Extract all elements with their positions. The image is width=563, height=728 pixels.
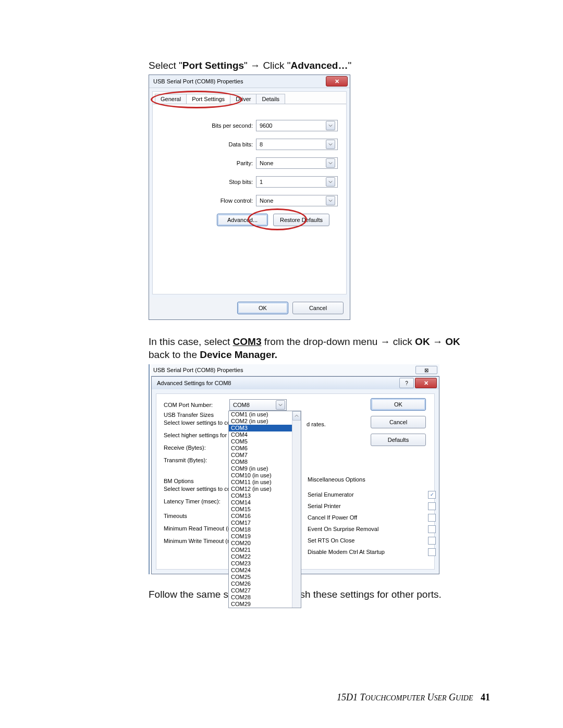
com-port-combo[interactable]: COM8: [229, 399, 287, 411]
list-item[interactable]: COM1 (in use): [229, 411, 301, 418]
misc-options: Miscellaneous Options Serial Enumerator✓…: [308, 476, 436, 558]
help-icon[interactable]: ?: [399, 378, 414, 388]
checkbox[interactable]: [428, 537, 436, 545]
checkbox-row: Serial Printer: [308, 500, 436, 512]
usb-transfer-label: USB Transfer Sizes: [164, 412, 231, 419]
checkbox-row: Serial Enumerator✓: [308, 489, 436, 500]
properties-dialog: USB Serial Port (COM8) Properties ✕ Gene…: [149, 75, 350, 320]
databits-combo[interactable]: 8: [256, 139, 338, 150]
list-item[interactable]: COM17: [229, 520, 301, 526]
tab-port-settings[interactable]: Port Settings: [186, 94, 230, 104]
parity-combo[interactable]: None: [256, 157, 338, 169]
advanced-settings-dialog: Advanced Settings for COM8 ? ✕ COM Port …: [151, 376, 439, 574]
tab-driver[interactable]: Driver: [230, 94, 256, 104]
list-item[interactable]: COM29: [229, 601, 301, 608]
list-item[interactable]: COM26: [229, 581, 301, 587]
checkbox-row: Event On Surprise Removal: [308, 523, 436, 535]
list-item[interactable]: COM2 (in use): [229, 418, 301, 425]
advanced-dialog-container: USB Serial Port (COM8) Properties ⊠ Adva…: [149, 364, 439, 574]
tab-details[interactable]: Details: [256, 94, 285, 104]
parity-label: Parity:: [237, 160, 253, 166]
list-item[interactable]: COM14: [229, 499, 301, 506]
list-item[interactable]: COM21: [229, 547, 301, 553]
list-item[interactable]: COM7: [229, 452, 301, 459]
list-item[interactable]: COM4: [229, 431, 301, 438]
close-icon[interactable]: ⊠: [415, 366, 437, 374]
instruction-port-settings: Select "Port Settings" → Click "Advanced…: [149, 60, 490, 71]
advanced-button[interactable]: Advanced...: [217, 214, 268, 226]
checkbox[interactable]: [428, 548, 436, 556]
timeouts-label: Timeouts: [164, 513, 231, 520]
list-item[interactable]: COM20: [229, 540, 301, 547]
list-item[interactable]: COM23: [229, 560, 301, 567]
list-item[interactable]: COM6: [229, 445, 301, 452]
list-item[interactable]: COM24: [229, 567, 301, 574]
checkbox-label: Set RTS On Close: [308, 537, 354, 544]
list-item[interactable]: COM13: [229, 492, 301, 499]
list-item[interactable]: COM10 (in use): [229, 472, 301, 479]
list-item[interactable]: COM18: [229, 526, 301, 533]
list-item[interactable]: COM9 (in use): [229, 465, 301, 472]
restore-defaults-button[interactable]: Restore Defaults: [273, 214, 329, 226]
checkbox-row: Disable Modem Ctrl At Startup: [308, 546, 436, 558]
checkbox-label: Cancel If Power Off: [308, 514, 357, 521]
list-item[interactable]: COM15: [229, 506, 301, 513]
min-read-label: Minimum Read Timeout (msec: [164, 525, 231, 533]
com-port-listbox[interactable]: COM1 (in use)COM2 (in use)COM3COM4COM5CO…: [228, 411, 301, 608]
close-icon[interactable]: ✕: [326, 76, 348, 87]
lower2-label: Select lower settings to corre: [164, 486, 231, 493]
list-item[interactable]: COM28: [229, 594, 301, 601]
checkbox-row: Cancel If Power Off: [308, 512, 436, 523]
flow-label: Flow control:: [221, 198, 253, 204]
flow-combo[interactable]: None: [256, 195, 338, 206]
tab-general[interactable]: General: [155, 94, 187, 104]
checkbox[interactable]: [428, 502, 436, 510]
chevron-down-icon: [326, 158, 335, 168]
close-icon[interactable]: ✕: [415, 378, 437, 388]
dialog-title: USB Serial Port (COM8) Properties: [153, 78, 243, 84]
chevron-down-icon: [326, 121, 335, 130]
checkbox-row: Set RTS On Close: [308, 535, 436, 546]
list-item[interactable]: COM11 (in use): [229, 479, 301, 486]
list-item[interactable]: COM12 (in use): [229, 486, 301, 492]
checkbox[interactable]: ✓: [428, 491, 436, 499]
misc-header: Miscellaneous Options: [308, 476, 436, 483]
list-item[interactable]: COM3: [229, 425, 301, 431]
cancel-button[interactable]: Cancel: [292, 302, 344, 314]
chevron-down-icon: [276, 400, 285, 410]
chevron-down-icon: [326, 177, 335, 187]
advanced-dialog-title: Advanced Settings for COM8: [157, 380, 231, 386]
cancel-button[interactable]: Cancel: [371, 416, 426, 428]
scrollbar[interactable]: [292, 411, 301, 608]
stopbits-combo[interactable]: 1: [256, 176, 338, 188]
page-footer: 15D1 TOUCHCOMPUTER USER GUIDE 41: [0, 692, 490, 703]
checkbox-label: Serial Enumerator: [308, 491, 354, 498]
checkbox-label: Disable Modem Ctrl At Startup: [308, 549, 385, 555]
chevron-down-icon: [326, 196, 335, 205]
checkbox[interactable]: [428, 525, 436, 533]
bps-label: Bits per second:: [212, 122, 253, 129]
list-item[interactable]: COM25: [229, 574, 301, 581]
parent-dialog-title: USB Serial Port (COM8) Properties: [153, 367, 243, 373]
bps-combo[interactable]: 9600: [256, 120, 338, 131]
bm-options-label: BM Options: [164, 478, 231, 485]
ok-button[interactable]: OK: [371, 398, 426, 411]
instruction-select-com3: In this case, select COM3 from the drop-…: [149, 336, 490, 361]
transmit-label: Transmit (Bytes):: [164, 457, 231, 464]
list-item[interactable]: COM16: [229, 513, 301, 520]
ok-button[interactable]: OK: [237, 302, 288, 314]
list-item[interactable]: COM19: [229, 533, 301, 540]
latency-label: Latency Timer (msec):: [164, 498, 231, 505]
com-port-label: COM Port Number:: [164, 402, 228, 408]
list-item[interactable]: COM8: [229, 459, 301, 465]
defaults-button[interactable]: Defaults: [371, 434, 426, 446]
list-item[interactable]: COM22: [229, 553, 301, 560]
checkbox-label: Serial Printer: [308, 503, 341, 509]
databits-label: Data bits:: [229, 141, 253, 147]
chevron-down-icon: [326, 140, 335, 149]
list-item[interactable]: COM5: [229, 438, 301, 445]
scroll-up-icon[interactable]: [292, 411, 301, 421]
list-item[interactable]: COM27: [229, 587, 301, 594]
checkbox[interactable]: [428, 514, 436, 522]
receive-label: Receive (Bytes):: [164, 445, 231, 452]
